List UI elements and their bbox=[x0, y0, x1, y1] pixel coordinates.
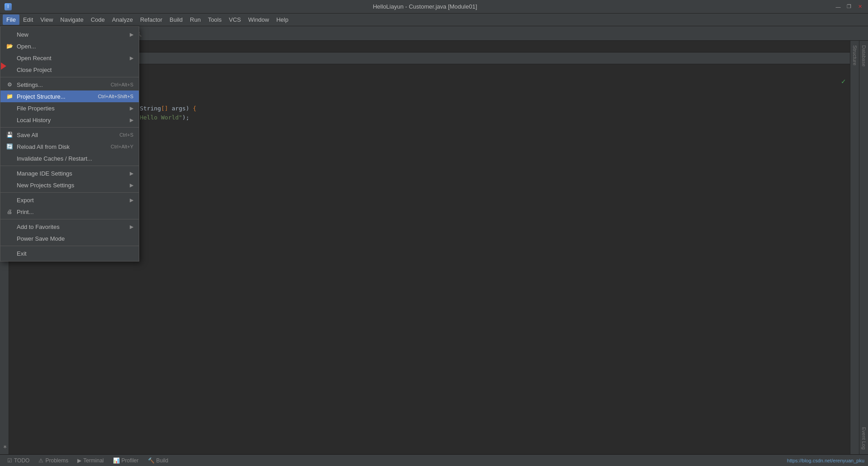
menu-power-save[interactable]: Power Save Mode bbox=[0, 233, 139, 244]
menu-project-structure[interactable]: 📁 Project Structure... Ctrl+Alt+Shift+S bbox=[0, 90, 139, 102]
project-structure-icon: 📁 bbox=[6, 93, 13, 100]
bottom-tab-profiler[interactable]: 📊 Profiler bbox=[109, 455, 142, 466]
menu-reload[interactable]: 🔄 Reload All from Disk Ctrl+Alt+Y bbox=[0, 141, 139, 152]
menu-add-favorites[interactable]: Add to Favorites ▶ bbox=[0, 221, 139, 233]
new-projects-icon bbox=[6, 181, 13, 189]
project-structure-shortcut: Ctrl+Alt+Shift+S bbox=[98, 94, 133, 99]
minimize-button[interactable]: — bbox=[835, 3, 842, 10]
menu-item-navigate[interactable]: Navigate bbox=[57, 14, 87, 25]
settings-icon: ⚙ bbox=[6, 81, 13, 88]
menu-item-window[interactable]: Window bbox=[245, 14, 273, 25]
problems-label: Problems bbox=[45, 457, 68, 464]
menu-item-run[interactable]: Run bbox=[186, 14, 204, 25]
menu-open-recent[interactable]: Open Recent ▶ bbox=[0, 52, 139, 64]
terminal-label: Terminal bbox=[83, 457, 104, 464]
manage-ide-icon bbox=[6, 170, 13, 177]
build-icon: 🔨 bbox=[148, 457, 155, 464]
menu-save-all[interactable]: 💾 Save All Ctrl+S bbox=[0, 129, 139, 141]
code-line-4 bbox=[41, 95, 841, 104]
database-label[interactable]: Database bbox=[860, 41, 868, 71]
code-line-1: package com.meimeixia.bean; bbox=[41, 68, 841, 77]
app-icon: I bbox=[5, 3, 12, 10]
todo-icon: ☑ bbox=[7, 457, 12, 464]
menu-item-tools[interactable]: Tools bbox=[204, 14, 225, 25]
settings-label: Settings... bbox=[17, 81, 107, 88]
reload-shortcut: Ctrl+Alt+Y bbox=[111, 144, 133, 149]
file-properties-label: File Properties bbox=[17, 105, 126, 112]
todo-label: TODO bbox=[14, 457, 29, 464]
menu-exit[interactable]: Exit bbox=[0, 247, 139, 259]
manage-ide-label: Manage IDE Settings bbox=[17, 170, 126, 177]
reload-icon: 🔄 bbox=[6, 143, 13, 150]
terminal-icon: ▶ bbox=[77, 457, 81, 464]
menu-local-history[interactable]: Local History ▶ bbox=[0, 114, 139, 126]
exit-label: Exit bbox=[17, 250, 133, 257]
settings-shortcut: Ctrl+Alt+S bbox=[111, 82, 133, 87]
code-content[interactable]: package com.meimeixia.bean; public class… bbox=[36, 64, 841, 454]
code-line-6: System.out.println("Hello World"); bbox=[41, 113, 841, 122]
sep6 bbox=[0, 246, 139, 246]
export-label: Export bbox=[17, 197, 126, 204]
add-favorites-label: Add to Favorites bbox=[17, 223, 126, 230]
local-history-arrow: ▶ bbox=[130, 117, 133, 123]
bottom-panel: ☑ TODO ⚠ Problems ▶ Terminal 📊 Profiler … bbox=[0, 454, 868, 466]
close-project-label: Close Project bbox=[17, 67, 133, 73]
menu-item-analyze[interactable]: Analyze bbox=[108, 14, 137, 25]
menu-item-edit[interactable]: Edit bbox=[19, 14, 37, 25]
menu-item-code[interactable]: Code bbox=[87, 14, 108, 25]
code-line-3: public class Customer { bbox=[41, 86, 841, 95]
profiler-label: Profiler bbox=[122, 457, 139, 464]
menu-invalidate[interactable]: Invalidate Caches / Restart... bbox=[0, 152, 139, 164]
sep2 bbox=[0, 127, 139, 128]
new-label: New bbox=[17, 31, 126, 38]
menu-new-projects[interactable]: New Projects Settings ▶ bbox=[0, 179, 139, 191]
menu-export[interactable]: Export ▶ bbox=[0, 194, 139, 206]
bottom-tab-terminal[interactable]: ▶ Terminal bbox=[74, 455, 107, 466]
structure-label[interactable]: Structure bbox=[851, 41, 859, 70]
bottom-tab-todo[interactable]: ☑ TODO bbox=[4, 455, 33, 466]
open-label: Open... bbox=[17, 43, 133, 50]
save-all-icon: 💾 bbox=[6, 131, 13, 138]
menu-item-view[interactable]: View bbox=[37, 14, 57, 25]
new-icon bbox=[6, 31, 13, 38]
menu-file-properties[interactable]: File Properties ▶ bbox=[0, 102, 139, 114]
menu-open[interactable]: 📂 Open... bbox=[0, 40, 139, 52]
event-log-label[interactable]: Event Log bbox=[860, 423, 868, 454]
maximize-button[interactable]: ❐ bbox=[845, 3, 853, 10]
print-label: Print... bbox=[17, 209, 133, 215]
sep5 bbox=[0, 219, 139, 219]
power-save-icon bbox=[6, 235, 13, 242]
menu-print[interactable]: 🖨 Print... bbox=[0, 206, 139, 218]
panel-favorites[interactable]: ★ bbox=[0, 439, 9, 454]
menu-item-file[interactable]: File bbox=[3, 14, 19, 25]
open-recent-icon bbox=[6, 54, 13, 62]
bottom-tab-build[interactable]: 🔨 Build bbox=[144, 455, 172, 466]
manage-ide-arrow: ▶ bbox=[130, 171, 133, 176]
bottom-tab-problems[interactable]: ⚠ Problems bbox=[35, 455, 72, 466]
invalidate-label: Invalidate Caches / Restart... bbox=[17, 155, 133, 162]
save-all-label: Save All bbox=[17, 132, 116, 138]
menu-item-help[interactable]: Help bbox=[273, 14, 292, 25]
menu-item-refactor[interactable]: Refactor bbox=[137, 14, 166, 25]
menu-settings[interactable]: ⚙ Settings... Ctrl+Alt+S bbox=[0, 79, 139, 90]
exit-icon bbox=[6, 250, 13, 257]
file-properties-arrow: ▶ bbox=[130, 105, 133, 111]
local-history-label: Local History bbox=[17, 117, 126, 124]
save-all-shortcut: Ctrl+S bbox=[119, 132, 133, 138]
menu-item-build[interactable]: Build bbox=[166, 14, 186, 25]
menu-new[interactable]: New ▶ bbox=[0, 29, 139, 40]
close-project-icon bbox=[6, 66, 13, 73]
close-button[interactable]: ✕ bbox=[856, 3, 863, 10]
open-recent-label: Open Recent bbox=[17, 55, 126, 62]
code-line-8 bbox=[41, 131, 841, 140]
menu-item-vcs[interactable]: VCS bbox=[225, 14, 245, 25]
problems-icon: ⚠ bbox=[38, 457, 43, 464]
export-icon bbox=[6, 196, 13, 204]
menu-manage-ide[interactable]: Manage IDE Settings ▶ bbox=[0, 167, 139, 179]
far-right-panel: Database Event Log bbox=[859, 41, 868, 454]
menu-close-project[interactable]: Close Project bbox=[0, 64, 139, 76]
status-link[interactable]: https://blog.csdn.net/erenyuan_pku bbox=[787, 458, 864, 463]
build-label: Build bbox=[156, 457, 169, 464]
window-title: HelloLiayun - Customer.java [Module01] bbox=[15, 3, 835, 10]
menu-bar: File Edit View Navigate Code Analyze Ref… bbox=[0, 14, 868, 26]
